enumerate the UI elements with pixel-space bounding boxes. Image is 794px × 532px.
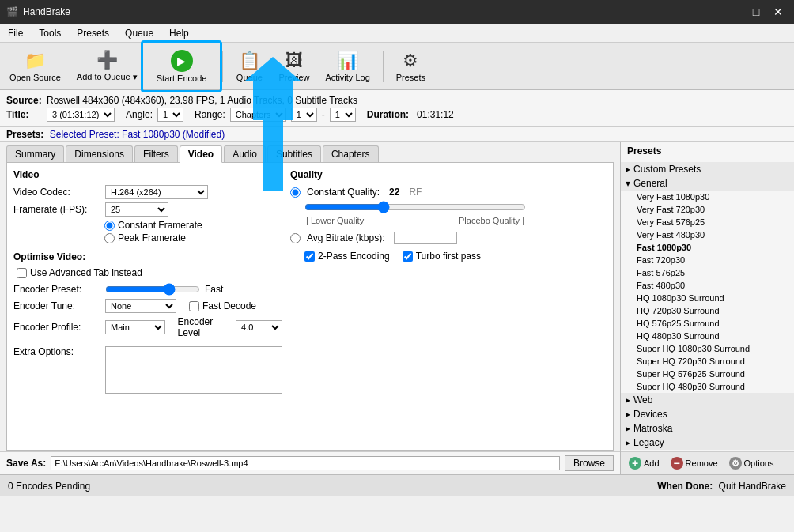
when-done-label: When Done:: [657, 481, 713, 492]
quality-slider[interactable]: [304, 201, 526, 213]
optimise-header: Optimise Video:: [13, 251, 282, 262]
presets-button[interactable]: ⚙ Presets: [390, 45, 432, 88]
range-type-select[interactable]: Chapters: [230, 108, 286, 122]
save-as-input[interactable]: [51, 456, 560, 470]
web-label: Web: [633, 394, 652, 406]
turbo-first-checkbox[interactable]: [403, 251, 413, 262]
browse-button[interactable]: Browse: [565, 455, 614, 471]
range-from-select[interactable]: 1: [291, 108, 317, 122]
preset-fast-576[interactable]: Fast 576p25: [621, 266, 794, 279]
activity-log-button[interactable]: 📊 Activity Log: [319, 45, 376, 88]
tab-subtitles[interactable]: Subtitles: [267, 145, 321, 163]
menu-file[interactable]: File: [0, 24, 31, 42]
options-preset-button[interactable]: ⚙ Options: [726, 455, 777, 471]
video-section-header: Video: [13, 169, 282, 180]
preset-super-hq-480[interactable]: Super HQ 480p30 Surround: [621, 380, 794, 393]
tab-summary[interactable]: Summary: [6, 145, 64, 163]
peak-framerate-input[interactable]: [104, 233, 115, 243]
right-panel: Presets ▸ Custom Presets ▾ General Very …: [620, 142, 794, 474]
toolbar-divider-2: [383, 51, 384, 82]
add-preset-button[interactable]: + Add: [626, 455, 663, 471]
constant-framerate-input[interactable]: [104, 221, 115, 231]
add-to-queue-button[interactable]: ➕ Add to Queue ▾: [70, 45, 144, 88]
menu-help[interactable]: Help: [161, 24, 197, 42]
remove-preset-button[interactable]: − Remove: [667, 455, 721, 471]
preset-fast-1080[interactable]: Fast 1080p30: [621, 241, 794, 254]
menu-tools[interactable]: Tools: [31, 24, 69, 42]
encoder-level-select[interactable]: 4.0: [236, 320, 282, 334]
general-presets-header[interactable]: ▾ General: [621, 176, 794, 191]
queue-label: Queue: [236, 73, 263, 82]
menu-presets[interactable]: Presets: [69, 24, 117, 42]
start-encode-button[interactable]: ▶ Start Encode: [147, 45, 217, 88]
preset-very-fast-576[interactable]: Very Fast 576p25: [621, 216, 794, 228]
options-label: Options: [744, 458, 774, 468]
preset-super-hq-720[interactable]: Super HQ 720p30 Surround: [621, 355, 794, 368]
tab-audio[interactable]: Audio: [224, 145, 266, 163]
avg-bitrate-input[interactable]: [394, 232, 457, 244]
preset-super-hq-1080[interactable]: Super HQ 1080p30 Surround: [621, 342, 794, 355]
when-done-value: Quit HandBrake: [719, 481, 786, 492]
preview-button[interactable]: 🖼 Preview: [272, 45, 316, 88]
constant-quality-radio[interactable]: [290, 187, 301, 198]
tab-chapters[interactable]: Chapters: [323, 145, 379, 163]
preset-hq-480[interactable]: HQ 480p30 Surround: [621, 330, 794, 342]
preset-hq-1080[interactable]: HQ 1080p30 Surround: [621, 292, 794, 304]
lower-quality-label: | Lower Quality: [306, 216, 364, 225]
angle-select[interactable]: 1: [157, 108, 183, 122]
preset-hq-720[interactable]: HQ 720p30 Surround: [621, 304, 794, 317]
legacy-presets-header[interactable]: ▸ Legacy: [621, 436, 794, 450]
devices-presets-header[interactable]: ▸ Devices: [621, 407, 794, 421]
codec-select[interactable]: H.264 (x264): [105, 185, 208, 199]
constant-quality-value: 22: [389, 187, 399, 198]
preset-fast-480[interactable]: Fast 480p30: [621, 279, 794, 292]
range-to-select[interactable]: 1: [330, 108, 356, 122]
constant-quality-label: Constant Quality:: [307, 187, 380, 198]
preset-very-fast-480[interactable]: Very Fast 480p30: [621, 228, 794, 241]
open-source-button[interactable]: 📁 Open Source: [3, 45, 67, 88]
video-two-col: Video Video Codec: H.264 (x264) Framerat…: [13, 169, 607, 397]
preset-fast-720[interactable]: Fast 720p30: [621, 254, 794, 266]
framerate-label: Framerate (FPS):: [13, 204, 100, 215]
queue-button[interactable]: 📋 Queue: [229, 45, 269, 88]
minimize-button[interactable]: —: [724, 2, 743, 21]
tab-video[interactable]: Video: [180, 145, 222, 163]
use-advanced-checkbox[interactable]: [17, 268, 27, 278]
quality-labels: | Lower Quality Placebo Quality |: [304, 216, 526, 225]
add-queue-icon: ➕: [96, 50, 118, 70]
quality-slider-wrapper: | Lower Quality Placebo Quality |: [304, 201, 607, 225]
devices-label: Devices: [633, 409, 667, 420]
extra-options-textarea[interactable]: [105, 346, 282, 394]
framerate-select[interactable]: 25: [105, 202, 168, 217]
maximize-button[interactable]: □: [747, 2, 766, 21]
preset-hq-576[interactable]: HQ 576p25 Surround: [621, 317, 794, 330]
web-presets-header[interactable]: ▸ Web: [621, 393, 794, 407]
tab-dimensions[interactable]: Dimensions: [66, 145, 133, 163]
general-presets-group: ▾ General Very Fast 1080p30 Very Fast 72…: [621, 176, 794, 393]
two-pass-checkbox[interactable]: [304, 251, 315, 262]
app-icon: 🎬: [6, 6, 18, 17]
tab-filters[interactable]: Filters: [134, 145, 178, 163]
tab-content: Video Video Codec: H.264 (x264) Framerat…: [6, 162, 614, 451]
placebo-quality-label: Placebo Quality |: [459, 216, 524, 225]
preset-very-fast-1080[interactable]: Very Fast 1080p30: [621, 191, 794, 203]
general-label: General: [633, 178, 667, 189]
title-select[interactable]: 3 (01:31:12): [47, 108, 115, 122]
avg-bitrate-radio[interactable]: [290, 233, 301, 243]
source-info: Source: Roswell 484x360 (484x360), 23.98…: [0, 90, 794, 127]
encoder-profile-select[interactable]: Main: [105, 320, 165, 334]
menu-queue[interactable]: Queue: [117, 24, 161, 42]
encoder-tune-select[interactable]: None: [105, 299, 176, 313]
constant-framerate-radio: Constant Framerate: [104, 220, 282, 231]
presets-selected-value: Selected Preset: Fast 1080p30 (Modified): [50, 129, 225, 140]
preset-super-hq-576[interactable]: Super HQ 576p25 Surround: [621, 368, 794, 380]
matroska-presets-header[interactable]: ▸ Matroska: [621, 421, 794, 436]
preset-very-fast-720[interactable]: Very Fast 720p30: [621, 203, 794, 216]
fast-decode-checkbox[interactable]: [189, 301, 199, 311]
encoder-preset-slider[interactable]: [105, 283, 200, 296]
custom-presets-header[interactable]: ▸ Custom Presets: [621, 162, 794, 176]
start-encode-label: Start Encode: [157, 74, 207, 83]
start-encode-wrapper: ▶ Start Encode: [147, 45, 217, 88]
close-button[interactable]: ✕: [769, 2, 788, 21]
presets-panel-header: Presets: [621, 142, 794, 160]
